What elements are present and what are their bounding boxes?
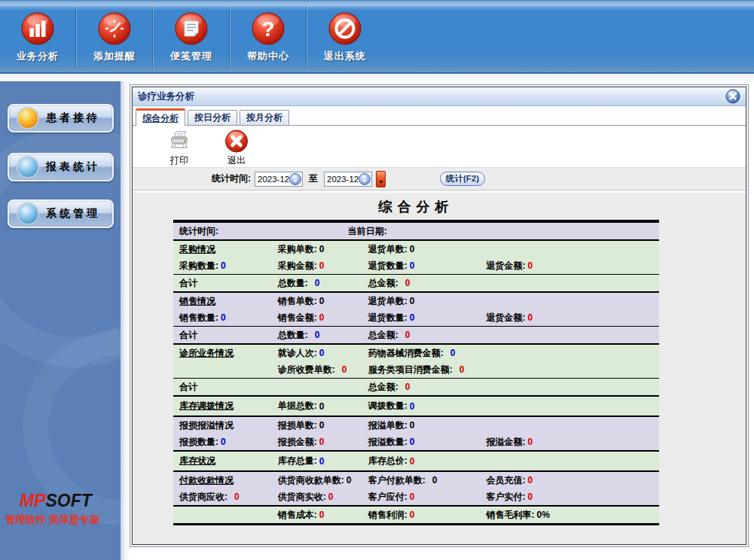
sidebar-item-report-statistics[interactable]: 报表统计 bbox=[8, 153, 114, 181]
sidebar-item-label: 患者接待 bbox=[46, 111, 100, 125]
table-cell: 诊所业务情况 bbox=[173, 345, 273, 361]
tab-comprehensive-analysis[interactable]: 综合分析 bbox=[136, 108, 185, 126]
table-cell: 退货单数:0 bbox=[364, 241, 482, 257]
table-row: 销售成本:0销售利润:0销售毛利率:0% bbox=[173, 505, 659, 523]
table-cell: 供货商收款单数:0 bbox=[273, 472, 364, 488]
table-cell: 退货金额:0 bbox=[482, 257, 659, 274]
print-button[interactable]: 打印 bbox=[161, 127, 197, 167]
date-from-input[interactable] bbox=[255, 175, 290, 184]
filter-bar: 统计时间: 至 统计(F2) bbox=[133, 167, 746, 190]
table-cell: 销售利润:0 bbox=[364, 507, 482, 523]
toolbar-button-label: 便笺管理 bbox=[170, 50, 212, 63]
table-cell: 供货商应收:0 bbox=[173, 488, 273, 505]
table-cell: 库存调拨情况 bbox=[173, 397, 273, 415]
table-cell: 报溢数量:0 bbox=[364, 434, 482, 450]
print-button-label: 打印 bbox=[170, 154, 188, 167]
report-title: 综合分析 bbox=[173, 198, 659, 216]
table-cell: 采购单数:0 bbox=[273, 241, 364, 257]
table-cell: 付款收款情况 bbox=[173, 472, 273, 488]
toolbar-button-help[interactable]: ? 帮助中心 bbox=[230, 0, 306, 74]
table-row: 合计总数量:0总金额:0 bbox=[173, 326, 659, 343]
statistics-button[interactable]: 统计(F2) bbox=[440, 172, 485, 186]
toolbar-button-business-analysis[interactable]: 业务分析 bbox=[0, 0, 75, 74]
sidebar-gap bbox=[121, 81, 130, 560]
top-toolbar: 业务分析 添加提醒 便笺管理 ? 帮助中心 退出系统 bbox=[0, 0, 754, 74]
date-from-field[interactable] bbox=[255, 172, 303, 187]
exit-button[interactable]: 退出 bbox=[218, 127, 255, 167]
tab-monthly-analysis[interactable]: 按月分析 bbox=[240, 110, 289, 125]
table-cell: 总数量:0 bbox=[273, 327, 364, 343]
table-cell: 采购数量:0 bbox=[173, 257, 273, 274]
table-cell: 会员充值:0 bbox=[482, 472, 659, 488]
toolbar-button-label: 帮助中心 bbox=[247, 50, 289, 63]
table-row: 合计总金额:0 bbox=[173, 378, 659, 395]
table-cell: 合计 bbox=[173, 275, 273, 291]
table-cell: 总金额:0 bbox=[364, 275, 482, 291]
separator-line bbox=[133, 190, 746, 191]
window-title: 诊疗业务分析 bbox=[138, 90, 194, 103]
sphere-icon bbox=[18, 108, 38, 128]
toolbar-button-notes[interactable]: 便笺管理 bbox=[154, 0, 229, 74]
table-cell: 库存总价:0 bbox=[364, 452, 482, 470]
printer-icon bbox=[166, 129, 193, 154]
table-cell: 诊所收费单数:0 bbox=[273, 361, 364, 378]
date-to-input[interactable] bbox=[325, 175, 359, 184]
analysis-window: 诊疗业务分析 综合分析 按日分析 按月分析 打印 退出 统计时间: 至 bbox=[130, 84, 749, 547]
sphere-icon bbox=[18, 157, 38, 177]
report-area: 综合分析 统计时间:当前日期:采购情况采购单数:0退货单数:0采购数量:0采购金… bbox=[133, 193, 746, 544]
table-cell: 药物器械消费金额:0 bbox=[364, 345, 482, 361]
table-cell: 报损单数:0 bbox=[273, 417, 364, 434]
table-cell: 当前日期: bbox=[343, 223, 659, 239]
close-button[interactable] bbox=[725, 89, 740, 104]
table-cell: 客户实付:0 bbox=[482, 488, 659, 505]
table-cell: 采购金额:0 bbox=[273, 257, 364, 274]
table-cell: 采购情况 bbox=[173, 241, 273, 257]
toolbar-button-label: 添加提醒 bbox=[93, 50, 136, 63]
sidebar-item-label: 报表统计 bbox=[46, 160, 100, 174]
table-row: 报损报溢情况报损单数:0报溢单数:0报损数量:0报损金额:0报溢数量:0报溢金额… bbox=[173, 415, 659, 450]
tab-bar: 综合分析 按日分析 按月分析 bbox=[133, 106, 746, 126]
table-row: 付款收款情况供货商收款单数:0客户付款单数:0会员充值:0供货商应收:0供货商实… bbox=[173, 470, 659, 505]
table-row: 采购情况采购单数:0退货单数:0采购数量:0采购金额:0退货数量:0退货金额:0 bbox=[173, 239, 659, 274]
table-cell: 客户应付:0 bbox=[364, 488, 482, 505]
sphere-icon bbox=[18, 204, 38, 224]
table-cell: 库存总量:0 bbox=[273, 452, 364, 470]
table-cell: 报损金额:0 bbox=[273, 434, 364, 450]
table-cell: 合计 bbox=[173, 379, 273, 395]
mpsoft-logo: MPSOFT bbox=[20, 491, 92, 511]
filter-to-word: 至 bbox=[309, 172, 318, 185]
table-cell: 销售毛利率:0% bbox=[482, 507, 659, 523]
table-row: 统计时间:当前日期: bbox=[173, 221, 659, 239]
table-row: 库存调拨情况单据总数:0调拨数量:0 bbox=[173, 395, 659, 415]
spinner-icon[interactable] bbox=[359, 173, 371, 185]
sidebar-item-system-management[interactable]: 系统管理 bbox=[8, 199, 114, 228]
table-cell: 报溢单数:0 bbox=[364, 417, 482, 434]
note-icon bbox=[174, 11, 209, 46]
table-cell: 供货商实收:0 bbox=[273, 488, 364, 505]
tab-daily-analysis[interactable]: 按日分析 bbox=[188, 110, 237, 125]
sidebar-item-patient-reception[interactable]: 患者接待 bbox=[8, 104, 114, 132]
exit-icon bbox=[224, 129, 249, 154]
table-cell: 退货数量:0 bbox=[364, 309, 482, 326]
svg-text:?: ? bbox=[261, 17, 274, 41]
table-cell: 服务类项目消费金额:0 bbox=[364, 361, 482, 378]
toolbar-button-label: 退出系统 bbox=[324, 50, 366, 63]
date-to-field[interactable] bbox=[324, 172, 372, 187]
spinner-icon[interactable] bbox=[289, 173, 301, 185]
table-cell: 销售金额:0 bbox=[273, 309, 364, 326]
sidebar-slogan: 管理软件 美萍是专家 bbox=[5, 513, 99, 527]
exit-button-label: 退出 bbox=[227, 154, 246, 167]
table-row: 库存状况库存总量:0库存总价:0 bbox=[173, 450, 659, 470]
analysis-window-inner: 诊疗业务分析 综合分析 按日分析 按月分析 打印 退出 统计时间: 至 bbox=[132, 87, 746, 545]
table-cell: 销售单数:0 bbox=[273, 293, 364, 309]
table-cell: 库存状况 bbox=[173, 452, 273, 470]
clock-icon bbox=[97, 11, 132, 46]
toolbar-button-add-reminder[interactable]: 添加提醒 bbox=[77, 0, 152, 74]
table-cell: 统计时间: bbox=[173, 223, 343, 239]
bar-chart-icon bbox=[20, 11, 55, 46]
sidebar: 患者接待 报表统计 系统管理 MPSOFT 管理软件 美萍是专家 bbox=[0, 81, 121, 560]
date-dropdown-button[interactable] bbox=[376, 171, 386, 187]
report-table: 统计时间:当前日期:采购情况采购单数:0退货单数:0采购数量:0采购金额:0退货… bbox=[173, 220, 659, 525]
toolbar-button-exit-system[interactable]: 退出系统 bbox=[307, 0, 383, 74]
table-cell: 合计 bbox=[173, 327, 273, 343]
